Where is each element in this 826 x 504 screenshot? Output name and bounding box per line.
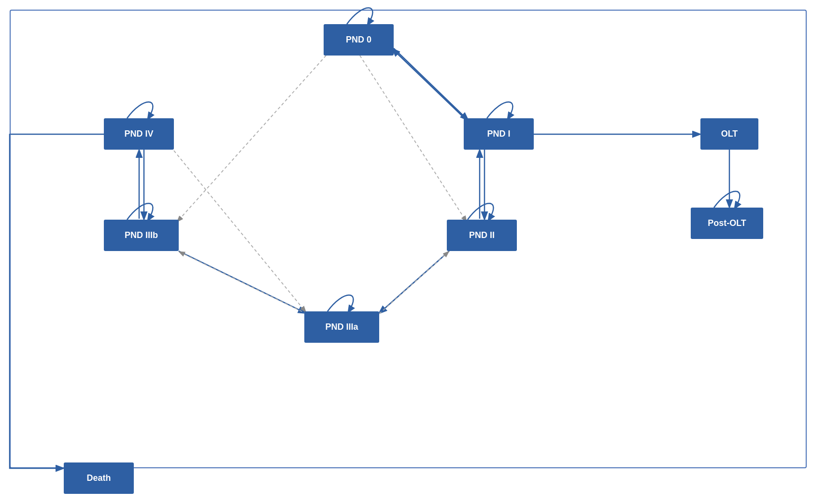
pndI-node: PND I	[464, 118, 534, 150]
postolt-node: Post-OLT	[691, 208, 763, 239]
pndIIIa-node: PND IIIa	[304, 311, 379, 343]
pndIV-node: PND IV	[104, 118, 174, 150]
pnd0-node: PND 0	[324, 24, 394, 56]
pndII-node: PND II	[447, 220, 517, 251]
diagram-container: PND 0 PND I PND II PND IIIa PND IIIb PND…	[0, 0, 826, 504]
death-node: Death	[64, 462, 134, 494]
olt-node: OLT	[700, 118, 758, 150]
pndIIIb-node: PND IIIb	[104, 220, 179, 251]
